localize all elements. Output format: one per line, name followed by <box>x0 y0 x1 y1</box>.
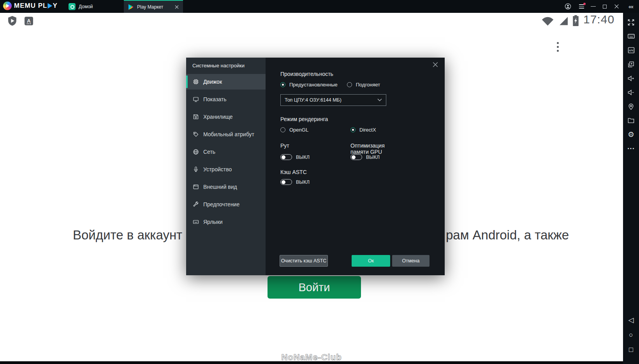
shared-folder-icon[interactable] <box>623 113 639 127</box>
memu-logo: MEMU PLY <box>3 2 58 10</box>
gpu-toggle-wrap: ВЫКЛ <box>350 154 380 160</box>
maximize-button[interactable] <box>601 0 608 13</box>
sidebar-item-label: Устройство <box>203 166 232 172</box>
memu-guard-shield-icon <box>7 16 18 26</box>
settings-sidebar: Системные настройки Движок Показать <box>186 58 266 275</box>
minimize-icon <box>591 6 596 7</box>
play-store-icon <box>128 4 134 10</box>
sidebar-item-label: Внешний вид <box>203 184 237 190</box>
sidebar-item-label: Показать <box>203 96 227 102</box>
performance-label: Производительность <box>280 71 333 77</box>
radio-preset[interactable] <box>280 82 285 87</box>
radio-opengl-label: OpenGL <box>289 127 308 133</box>
maximize-icon <box>603 5 607 9</box>
battery-charging-icon <box>572 14 580 26</box>
sidebar-item-device[interactable]: Устройство <box>186 162 266 177</box>
sidebar-item-mobile-attr[interactable]: Мобильный атрибут <box>186 127 266 142</box>
performance-radio-row: Предустановленные Подгоняет <box>280 82 380 88</box>
gpu-toggle[interactable] <box>350 154 362 160</box>
tag-icon <box>193 131 199 137</box>
logo-text-1: MEMU PL <box>14 2 47 10</box>
sidebar-item-appearance[interactable]: Внешний вид <box>186 179 266 195</box>
nav-recents-icon[interactable]: □ <box>629 346 633 354</box>
nav-back-icon[interactable]: ◁ <box>628 316 634 324</box>
monitor-icon <box>193 96 199 102</box>
sidebar-item-network[interactable]: Сеть <box>186 144 266 160</box>
android-screen: A 17:40 Войдите в аккаунт и по рам Andro… <box>0 13 623 364</box>
main-menu-button[interactable] <box>578 0 585 13</box>
root-toggle[interactable] <box>280 154 292 160</box>
render-mode-radio-row: OpenGL DirectX <box>280 127 308 133</box>
multi-instance-icon[interactable] <box>623 57 639 71</box>
astc-toggle[interactable] <box>280 179 292 185</box>
clear-astc-cache-button[interactable]: Очистить кэш ASTC <box>280 255 328 267</box>
dots-glyph: ··· <box>627 145 635 152</box>
location-icon[interactable] <box>623 99 639 113</box>
memu-emulator-window: MEMU PLY Домой Play Маркет <box>0 0 639 364</box>
gpu-state: ВЫКЛ <box>366 155 380 160</box>
sidebar-item-preference[interactable]: Предпочтение <box>186 197 266 212</box>
toolbar-icons: APK <box>623 15 639 155</box>
toggles-row: ВЫКЛ ВЫКЛ <box>280 154 310 160</box>
svg-text:APK: APK <box>628 49 634 52</box>
storage-icon <box>193 114 199 120</box>
statusbar-right: 17:40 <box>541 13 614 26</box>
radio-directx-label: DirectX <box>359 127 376 133</box>
tab-play-market[interactable]: Play Маркет <box>124 0 183 13</box>
radio-opengl[interactable] <box>280 127 285 132</box>
memu-logo-icon <box>3 2 12 10</box>
settings-panel: Производительность Предустановленные Под… <box>266 58 445 275</box>
sidebar-item-shortcuts[interactable]: Ярлыки <box>186 214 266 230</box>
overflow-menu-icon[interactable] <box>557 42 559 52</box>
chevrons-icon: ‹‹‹ <box>628 3 633 10</box>
chip-icon <box>193 79 199 85</box>
sidebar-item-storage[interactable]: Хранилище <box>186 109 266 125</box>
appearance-icon <box>193 184 199 190</box>
close-button[interactable] <box>613 0 620 13</box>
astc-label: Кэш ASTC <box>280 169 307 175</box>
collapse-toolbar-button[interactable]: ‹‹‹ <box>626 0 636 13</box>
root-label: Рут <box>280 142 289 149</box>
sidebar-item-label: Движок <box>203 79 222 85</box>
more-tools-icon[interactable]: ··· <box>623 141 639 155</box>
chevron-down-icon <box>377 98 382 102</box>
sidebar-item-label: Предпочтение <box>203 201 239 207</box>
volume-down-icon[interactable] <box>623 85 639 99</box>
radio-preset-label: Предустановленные <box>289 82 338 88</box>
sidebar-item-label: Хранилище <box>203 114 233 120</box>
virtual-keyboard-icon[interactable] <box>623 29 639 43</box>
logo-text-2: Y <box>53 2 57 10</box>
dialog-close-icon[interactable] <box>432 62 438 68</box>
render-mode-col2: DirectX <box>350 127 376 133</box>
cancel-button[interactable]: Отмена <box>392 255 430 267</box>
wrench-icon <box>193 201 199 207</box>
nav-home-icon[interactable]: ○ <box>629 331 633 339</box>
fullscreen-icon[interactable] <box>623 15 639 29</box>
clock: 17:40 <box>583 13 614 26</box>
settings-gear-icon[interactable]: ⚙ <box>623 127 639 141</box>
settings-nav: Движок Показать Хранилище <box>186 74 266 230</box>
android-nav-buttons: ◁ ○ □ <box>623 316 639 354</box>
sidebar-item-display[interactable]: Показать <box>186 91 266 107</box>
globe-icon <box>193 149 199 155</box>
minimize-button[interactable] <box>590 0 597 13</box>
volume-up-icon[interactable] <box>623 71 639 85</box>
system-settings-dialog: Системные настройки Движок Показать <box>186 58 445 275</box>
bottom-strip <box>0 361 623 364</box>
sidebar-item-label: Ярлыки <box>203 219 223 225</box>
account-avatar[interactable] <box>564 0 571 13</box>
radio-directx[interactable] <box>350 127 356 132</box>
input-method-icon: A <box>25 17 33 25</box>
titlebar: MEMU PLY Домой Play Маркет <box>0 0 639 13</box>
signin-button[interactable]: Войти <box>268 276 361 299</box>
radio-custom[interactable] <box>347 82 352 87</box>
apk-install-icon[interactable]: APK <box>623 43 639 57</box>
logo-play-triangle-icon <box>48 3 52 9</box>
hamburger-icon <box>579 4 584 9</box>
sidebar-item-engine[interactable]: Движок <box>186 74 266 90</box>
tab-home[interactable]: Домой <box>69 0 93 13</box>
tab-close-icon[interactable] <box>174 5 179 9</box>
preset-dropdown[interactable]: Топ ЦПУ:4 ОЗУ:6144 МБ) <box>280 94 386 106</box>
home-tab-icon <box>69 3 76 10</box>
ok-button[interactable]: Ок <box>352 255 390 267</box>
